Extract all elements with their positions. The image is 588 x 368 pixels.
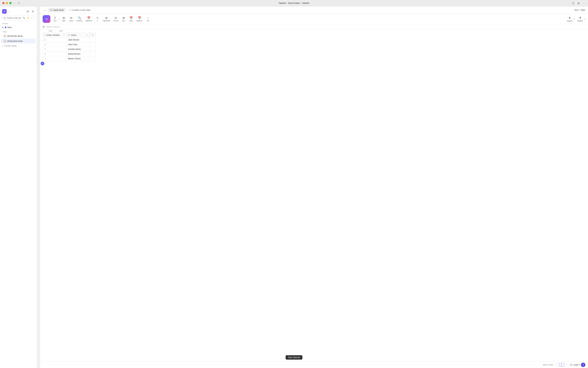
cell-index-3[interactable]: 2: [43, 52, 66, 56]
cell-name-2[interactable]: Amelia Davis: [66, 47, 90, 52]
all-btn[interactable]: ⋯ All: [144, 16, 151, 22]
import-btn-group: ⬇ Import ▾: [566, 16, 575, 23]
cell-name-3[interactable]: David Brown: [66, 52, 90, 56]
prev-page-btn[interactable]: ‹: [554, 363, 558, 367]
cell-name-1[interactable]: John Doe: [66, 42, 90, 47]
sum-dropdown-icon[interactable]: ▾: [59, 18, 60, 20]
datetime-icon: 📅: [87, 16, 90, 19]
tab-back-btn[interactable]: ‹: [43, 8, 47, 12]
export-dropdown-icon[interactable]: ▾: [585, 18, 585, 20]
sidebar-collapse-btn[interactable]: ‹: [37, 6, 40, 368]
help-btn[interactable]: ?: [581, 363, 585, 367]
pick-btn[interactable]: ⊞ pick: [120, 16, 127, 22]
create-table-label: + Create Table: [2, 45, 17, 47]
project-name: New: [7, 26, 12, 28]
pick-label: pick: [122, 20, 125, 22]
concat-btn[interactable]: ⊟ concat: [112, 16, 120, 22]
import-icon: ⬇: [569, 16, 571, 19]
column-select[interactable]: Select column: [46, 26, 60, 28]
main-content: ‹ ⊞ name book + + Create a new View Sort…: [40, 6, 588, 368]
order-book-label: (ES)Order Book: [7, 35, 23, 37]
project-expand-icon: ▶: [2, 26, 4, 28]
import-label: Import: [567, 20, 572, 22]
sort-btn[interactable]: Sort: [574, 9, 579, 11]
filter-btn[interactable]: Filter: [580, 9, 585, 11]
col-header-index-label: Index Header: [47, 34, 60, 36]
ai-button[interactable]: AI: [43, 15, 50, 23]
date-btn[interactable]: 📅 date: [128, 16, 134, 22]
project-dot: [5, 27, 6, 28]
index-filter-icon[interactable]: ▾: [63, 34, 64, 36]
pagination: ‹ › 22 / page ▾: [554, 363, 579, 367]
export-label: Export: [578, 20, 583, 22]
replaceall-btn[interactable]: ⊞ replaceall: [101, 16, 111, 22]
add-column-btn[interactable]: +: [90, 33, 96, 37]
titlebar: ‹ › ↻ TableDI - Sheet Editor - TableDI ⊡…: [0, 0, 588, 6]
reload-icon[interactable]: ↻: [18, 2, 20, 4]
page-input[interactable]: [559, 363, 564, 367]
col-header-name: ☰ name ▾: [66, 33, 90, 37]
cell-name-4[interactable]: Mason Davis: [66, 56, 90, 61]
footer: total 5 rows ‹ › 22 / page ▾ ?: [40, 361, 588, 368]
page-size-select[interactable]: 22 / page ▾: [570, 364, 579, 366]
cell-name-0[interactable]: Jack Brown: [66, 37, 90, 42]
sidebar-layout-icon[interactable]: ⊞: [26, 9, 30, 13]
union-label: union: [69, 20, 73, 22]
cell-index-2[interactable]: 3: [43, 47, 66, 52]
datefmt-label: datefmt.: [136, 20, 143, 22]
add-row-btn[interactable]: +: [41, 62, 44, 65]
split-icon: ⊞: [63, 16, 65, 19]
tab-actions: Sort Filter: [574, 9, 585, 11]
split-btn[interactable]: ⊞ split: [60, 16, 67, 22]
sidebar-project-item[interactable]: ▶ New: [0, 25, 37, 29]
search-filter-btn[interactable]: ⚡: [26, 16, 30, 20]
sidebar-item-order-book[interactable]: 📋 (ES)Order Book: [1, 34, 36, 38]
import-dropdown-icon[interactable]: ▾: [574, 18, 575, 20]
export-btn[interactable]: ⬆ Export: [576, 16, 584, 23]
next-page-btn[interactable]: ›: [565, 363, 569, 367]
vlookup-btn[interactable]: 🔍 vlookup: [75, 16, 83, 22]
search-input[interactable]: [7, 17, 21, 19]
if-btn[interactable]: ≡ if: [94, 16, 101, 22]
table-row: 4 John Doe: [43, 42, 96, 47]
forward-nav-icon[interactable]: ›: [16, 2, 17, 4]
data-operate-label: Data Operate: [288, 356, 300, 359]
col-header-name-label: name: [71, 34, 76, 36]
sidebar-expand-arrow[interactable]: ›: [8, 10, 9, 12]
minimize-button[interactable]: [6, 2, 8, 4]
create-new-view-btn[interactable]: + + Create a new View: [66, 8, 92, 12]
date-icon: 📅: [129, 16, 133, 19]
sidebar-item-name-book[interactable]: 📋 (GA)name book: [1, 39, 36, 43]
sidebar-header: I › ⊞ ⚙: [0, 8, 37, 16]
table-row: 3 Amelia Davis: [43, 47, 96, 52]
more-options-icon[interactable]: ···: [582, 1, 586, 5]
search-submit-btn[interactable]: 🔍: [22, 16, 26, 20]
create-table-btn[interactable]: + Create Table: [0, 44, 37, 48]
cell-index-0[interactable]: 5: [43, 37, 66, 42]
sidebar-settings-icon[interactable]: ⚙: [31, 9, 35, 13]
back-nav-icon[interactable]: ‹: [14, 2, 15, 4]
replaceall-icon: ⊞: [105, 16, 107, 19]
datefmt-btn[interactable]: 📅 datefmt.: [135, 16, 144, 22]
tab-name-book[interactable]: ⊞ name book: [48, 8, 66, 12]
concat-label: concat: [113, 20, 118, 22]
sidebar: I › ⊞ ⚙ 🔍 🔍 ⚡ + Project ▶ New Table: [0, 6, 37, 368]
import-btn[interactable]: ⬇ Import: [566, 16, 574, 23]
sidebar-toggle-icon[interactable]: ⊞: [577, 1, 580, 5]
close-button[interactable]: [2, 2, 5, 4]
datetime-btn[interactable]: 📅 datetime: [84, 16, 93, 22]
group-label-ga1: GA1: [49, 30, 52, 32]
new-view-label: + Create a new View: [70, 9, 90, 11]
cell-index-4[interactable]: 1: [43, 56, 66, 61]
window-view-icon[interactable]: ⊡: [571, 1, 575, 5]
toolbar: AI Σ sum ▾ ⊞ split ⊟ union 🔍 vlookup: [40, 14, 588, 24]
maximize-button[interactable]: [9, 2, 12, 4]
union-btn[interactable]: ⊟ union: [68, 16, 74, 22]
union-icon: ⊟: [70, 16, 72, 19]
sum-btn[interactable]: Σ sum: [52, 16, 58, 22]
name-filter-icon[interactable]: ▾: [87, 34, 88, 36]
cell-extra-1: [90, 42, 96, 47]
cell-index-1[interactable]: 4: [43, 42, 66, 47]
search-add-btn[interactable]: +: [30, 16, 34, 20]
collapse-icon: ‹: [38, 8, 39, 9]
